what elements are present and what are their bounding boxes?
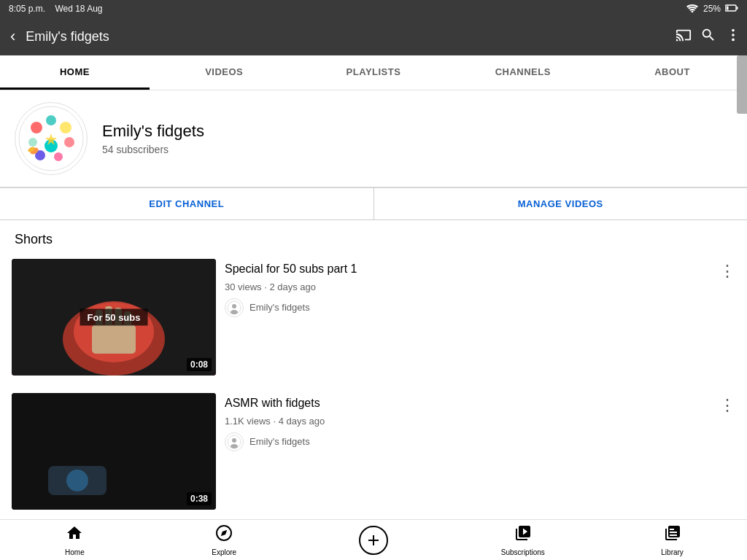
video-views-1: 30 views · 2 days ago — [225, 281, 735, 292]
search-icon[interactable] — [700, 27, 716, 47]
channel-name-1: Emily's fidgets — [249, 302, 310, 313]
channel-icon-2 — [225, 432, 244, 451]
channel-icon-1 — [225, 298, 244, 317]
video-item-2: 0:38 ASMR with fidgets 1.1K views · 4 da… — [0, 387, 747, 517]
channel-title-nav: Emily's fidgets — [26, 29, 670, 44]
svg-point-9 — [46, 115, 56, 125]
svg-point-28 — [232, 304, 236, 308]
status-time: 8:05 p.m. — [9, 4, 45, 14]
svg-point-34 — [232, 438, 236, 443]
video-channel-line-2: Emily's fidgets — [225, 432, 735, 451]
channel-avatar — [15, 102, 88, 175]
tab-channels[interactable]: CHANNELS — [448, 55, 597, 90]
video-duration-1: 0:08 — [187, 358, 212, 371]
bottom-nav-library[interactable]: Library — [597, 520, 747, 560]
wifi-icon — [686, 4, 699, 15]
svg-point-14 — [54, 152, 63, 161]
home-nav-label: Home — [65, 548, 85, 556]
channel-tabs: HOME VIDEOS PLAYLISTS CHANNELS ABOUT — [0, 55, 747, 90]
svg-point-0 — [691, 10, 693, 12]
add-button[interactable] — [359, 526, 388, 555]
svg-point-8 — [31, 122, 42, 133]
channel-info: Emily's fidgets 54 subscribers — [102, 122, 204, 155]
video-channel-line-1: Emily's fidgets — [225, 298, 735, 317]
tab-home[interactable]: HOME — [0, 55, 150, 90]
svg-point-10 — [60, 122, 71, 133]
subscriber-count: 54 subscribers — [102, 144, 204, 155]
svg-point-35 — [231, 444, 238, 448]
svg-point-6 — [732, 38, 735, 41]
subscriptions-nav-label: Subscriptions — [501, 548, 545, 556]
back-button[interactable]: ‹ — [6, 23, 20, 50]
library-icon — [664, 524, 681, 546]
edit-channel-button[interactable]: EDIT CHANNEL — [0, 188, 374, 219]
video-more-options-1[interactable]: ⋮ — [719, 262, 735, 281]
tab-videos[interactable]: VIDEOS — [150, 55, 299, 90]
library-nav-label: Library — [661, 548, 684, 556]
battery-level: 25% — [703, 4, 721, 14]
thumb-visual-2 — [12, 393, 216, 510]
svg-marker-37 — [221, 529, 227, 535]
tab-about[interactable]: ABOUT — [597, 55, 747, 90]
video-item: For 50 subs 0:08 Special for 50 subs par… — [0, 253, 747, 387]
svg-point-11 — [28, 138, 37, 147]
nav-icons — [676, 27, 741, 47]
svg-rect-3 — [727, 6, 729, 9]
bottom-nav-explore[interactable]: Explore — [150, 520, 299, 560]
thumb-overlay-label: For 50 subs — [80, 309, 148, 326]
bottom-nav-subscriptions[interactable]: Subscriptions — [448, 520, 597, 560]
video-duration-2: 0:38 — [187, 492, 212, 505]
bottom-nav-add[interactable] — [299, 520, 449, 560]
video-thumbnail-1[interactable]: For 50 subs 0:08 — [12, 259, 216, 376]
video-meta-1: Special for 50 subs part 1 30 views · 2 … — [225, 259, 735, 317]
bottom-nav-home[interactable]: Home — [0, 520, 150, 560]
channel-header: Emily's fidgets 54 subscribers — [0, 90, 747, 187]
scroll-handle[interactable] — [737, 55, 747, 114]
video-meta-2: ASMR with fidgets 1.1K views · 4 days ag… — [225, 393, 735, 451]
content-area: Shorts For 50 subs 0:08 Special for 50 s… — [0, 220, 747, 517]
video-title-1[interactable]: Special for 50 subs part 1 — [225, 262, 735, 277]
svg-point-4 — [732, 28, 735, 31]
channel-name-2: Emily's fidgets — [249, 436, 310, 447]
video-views-2: 1.1K views · 4 days ago — [225, 416, 735, 427]
video-title-2[interactable]: ASMR with fidgets — [225, 396, 735, 411]
status-bar: 8:05 p.m. Wed 18 Aug 25% — [0, 0, 747, 18]
avatar-image — [18, 106, 84, 171]
top-nav-bar: ‹ Emily's fidgets — [0, 18, 747, 55]
subscriptions-icon — [514, 524, 532, 546]
tab-playlists[interactable]: PLAYLISTS — [299, 55, 449, 90]
shorts-section-header: Shorts — [0, 220, 747, 253]
video-thumbnail-2[interactable]: 0:38 — [12, 393, 216, 510]
svg-point-29 — [231, 310, 238, 314]
svg-rect-30 — [12, 393, 216, 510]
manage-videos-button[interactable]: MANAGE VIDEOS — [374, 188, 748, 219]
cast-icon[interactable] — [676, 27, 692, 47]
more-options-icon[interactable] — [725, 27, 741, 47]
home-icon — [66, 524, 83, 546]
explore-nav-label: Explore — [212, 548, 236, 556]
channel-name: Emily's fidgets — [102, 122, 204, 141]
status-date: Wed 18 Aug — [55, 4, 102, 14]
video-more-options-2[interactable]: ⋮ — [719, 396, 735, 415]
svg-point-32 — [66, 470, 88, 491]
svg-point-5 — [732, 34, 735, 36]
bottom-nav: Home Explore Subscriptions — [0, 519, 747, 560]
battery-icon — [725, 4, 738, 15]
svg-point-12 — [64, 137, 74, 147]
action-buttons: EDIT CHANNEL MANAGE VIDEOS — [0, 187, 747, 220]
svg-rect-2 — [737, 7, 738, 9]
explore-icon — [215, 524, 233, 546]
